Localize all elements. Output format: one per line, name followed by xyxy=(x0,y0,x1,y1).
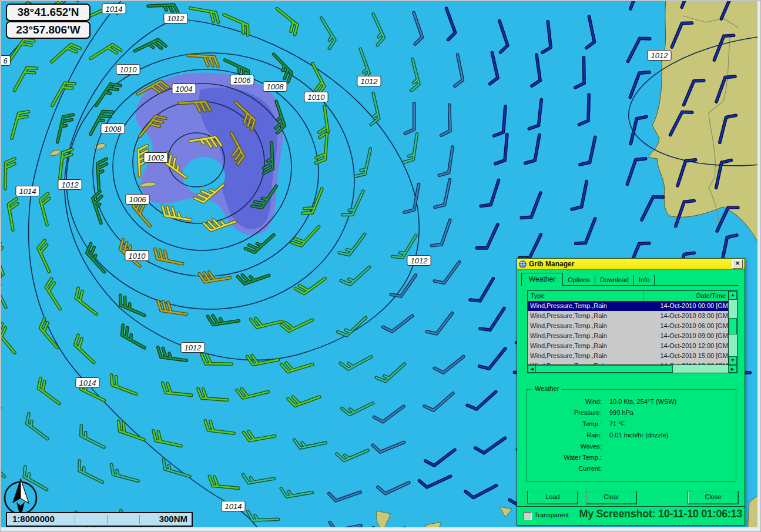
weather-field: Water Temp.: xyxy=(527,454,736,465)
svg-text:1010: 1010 xyxy=(308,93,326,102)
scale-distance: 300NM xyxy=(159,514,187,524)
transparent-checkbox[interactable] xyxy=(524,512,532,520)
scroll-down-icon[interactable]: ▼ xyxy=(729,356,737,365)
scale-ratio: 1:8000000 xyxy=(12,514,55,524)
transparent-checkbox-label[interactable]: Transparent xyxy=(534,511,569,518)
svg-text:1008: 1008 xyxy=(105,125,122,133)
svg-text:1012: 1012 xyxy=(185,343,202,352)
column-header-datetime[interactable]: Date/Time xyxy=(696,292,726,299)
dialog-tab-strip: WeatherOptionsDownloadInfo xyxy=(521,273,745,286)
grib-manager-dialog: Grib Manager ✕ WeatherOptionsDownloadInf… xyxy=(517,258,745,526)
isobar-label: 1012 xyxy=(357,76,381,86)
svg-text:1014: 1014 xyxy=(106,5,123,14)
isobar-label: 1008 xyxy=(101,124,125,134)
record-type: Wind,Pressure,Temp.,Rain xyxy=(528,351,607,361)
isobar-label: 1012 xyxy=(181,343,205,353)
isobar-label: 1010 xyxy=(125,251,149,261)
field-label: Temp.: xyxy=(527,420,602,431)
scale-bar: 1:8000000 300NM xyxy=(6,512,193,527)
isobar-label: 6 xyxy=(1,56,10,66)
weather-map[interactable]: 1014101210101004100610081010101210081002… xyxy=(1,1,757,527)
tab-info[interactable]: Info xyxy=(634,275,655,286)
weather-field: Pressure:999 hPa xyxy=(527,409,736,420)
grib-record-row[interactable]: Wind,Pressure,Temp.,Rain14-Oct-2010 15:0… xyxy=(528,351,729,361)
isobar-label: 1014 xyxy=(76,378,99,388)
isobar-label: 1012 xyxy=(164,14,187,24)
weather-field: Temp.:71 °F xyxy=(527,420,736,431)
grib-record-row[interactable]: Wind,Pressure,Temp.,Rain14-Oct-2010 03:0… xyxy=(528,311,729,321)
weather-field: Rain:0.01 Inch/hr (drizzle) xyxy=(527,431,736,443)
field-label: Waves: xyxy=(527,443,602,454)
isobar-label: 1002 xyxy=(144,153,167,163)
svg-text:1002: 1002 xyxy=(147,153,165,162)
svg-text:1012: 1012 xyxy=(167,14,185,23)
isobar-label: 1012 xyxy=(407,256,431,266)
cursor-longitude-readout: 23°57.806'W xyxy=(6,21,90,39)
tab-options[interactable]: Options xyxy=(563,275,595,286)
clear-button[interactable]: Clear xyxy=(586,491,637,504)
grib-records-list[interactable]: Type Date/Time Wind,Pressure,Temp.,Rain1… xyxy=(527,290,737,373)
field-value: 10.0 Kts, 254°T (WSW) xyxy=(609,398,676,409)
svg-text:1012: 1012 xyxy=(411,256,428,265)
isobar-label: 1006 xyxy=(230,75,254,85)
grib-record-row[interactable]: Wind,Pressure,Temp.,Rain14-Oct-2010 12:0… xyxy=(528,341,729,351)
isobar-label: 1004 xyxy=(172,84,196,94)
screenshot-caption: My Screenshot: 10-11-10 01:06:13 xyxy=(579,508,742,520)
svg-text:1012: 1012 xyxy=(651,51,669,60)
weather-field: Current: xyxy=(527,465,736,476)
record-type: Wind,Pressure,Temp.,Rain xyxy=(528,301,607,311)
list-header: Type Date/Time xyxy=(528,291,729,302)
column-header-type[interactable]: Type xyxy=(531,292,545,299)
svg-text:1010: 1010 xyxy=(129,252,146,260)
load-button[interactable]: Load xyxy=(527,491,578,504)
dialog-title-bar[interactable]: Grib Manager ✕ xyxy=(517,259,745,270)
cursor-latitude-readout: 38°41.652'N xyxy=(6,4,90,21)
svg-text:6: 6 xyxy=(3,56,8,65)
horizontal-scroll-thumb[interactable] xyxy=(535,365,673,373)
field-label: Rain: xyxy=(527,431,602,443)
svg-text:1012: 1012 xyxy=(62,180,79,189)
svg-text:1006: 1006 xyxy=(129,195,147,204)
record-type: Wind,Pressure,Temp.,Rain xyxy=(528,321,607,331)
isobar-label: 1008 xyxy=(263,82,287,92)
close-icon[interactable]: ✕ xyxy=(732,259,743,269)
close-button[interactable]: Close xyxy=(688,491,739,504)
isobar-label: 1012 xyxy=(648,51,671,61)
grib-record-row[interactable]: Wind,Pressure,Temp.,Rain14-Oct-2010 09:0… xyxy=(528,331,729,341)
dialog-title: Grib Manager xyxy=(529,260,574,268)
field-label: Current: xyxy=(527,465,602,476)
scroll-up-icon[interactable]: ▲ xyxy=(729,291,737,300)
isobar-label: 1014 xyxy=(102,4,126,14)
tab-download[interactable]: Download xyxy=(595,275,634,286)
grib-record-row[interactable]: Wind,Pressure,Temp.,Rain14-Oct-2010 00:0… xyxy=(528,301,729,311)
svg-text:1006: 1006 xyxy=(234,76,252,85)
scroll-right-icon[interactable]: ▶ xyxy=(728,365,737,373)
svg-text:1004: 1004 xyxy=(176,85,193,93)
horizontal-scrollbar[interactable]: ◀ ▶ xyxy=(528,364,737,373)
isobar-label: 1012 xyxy=(58,180,82,190)
record-type: Wind,Pressure,Temp.,Rain xyxy=(528,331,607,341)
globe-icon xyxy=(519,260,527,268)
tab-weather[interactable]: Weather xyxy=(521,273,563,286)
record-type: Wind,Pressure,Temp.,Rain xyxy=(528,341,607,351)
vertical-scroll-thumb[interactable] xyxy=(729,318,737,334)
field-value: 71 °F xyxy=(609,420,625,431)
field-label: Wind: xyxy=(527,398,602,409)
field-label: Pressure: xyxy=(527,409,602,420)
svg-text:1014: 1014 xyxy=(225,502,242,511)
record-type: Wind,Pressure,Temp.,Rain xyxy=(528,311,607,321)
isobar-label: 1010 xyxy=(304,92,328,102)
record-datetime: 14-Oct-2010 06:00 [GM xyxy=(660,321,729,331)
scale-tick xyxy=(139,515,140,524)
column-divider xyxy=(643,291,644,301)
isobar-label: 1014 xyxy=(222,501,245,511)
record-datetime: 14-Oct-2010 15:00 [GM xyxy=(660,351,729,361)
grib-record-row[interactable]: Wind,Pressure,Temp.,Rain14-Oct-2010 06:0… xyxy=(528,321,729,331)
record-datetime: 14-Oct-2010 12:00 [GM xyxy=(660,341,729,351)
field-label: Water Temp.: xyxy=(527,454,602,465)
vertical-scrollbar[interactable]: ▲ ▼ xyxy=(728,291,737,365)
svg-text:1014: 1014 xyxy=(19,187,36,196)
svg-text:1008: 1008 xyxy=(267,82,284,91)
record-datetime: 14-Oct-2010 00:00 [GM xyxy=(660,301,729,311)
weather-field: Wind:10.0 Kts, 254°T (WSW) xyxy=(527,398,736,409)
